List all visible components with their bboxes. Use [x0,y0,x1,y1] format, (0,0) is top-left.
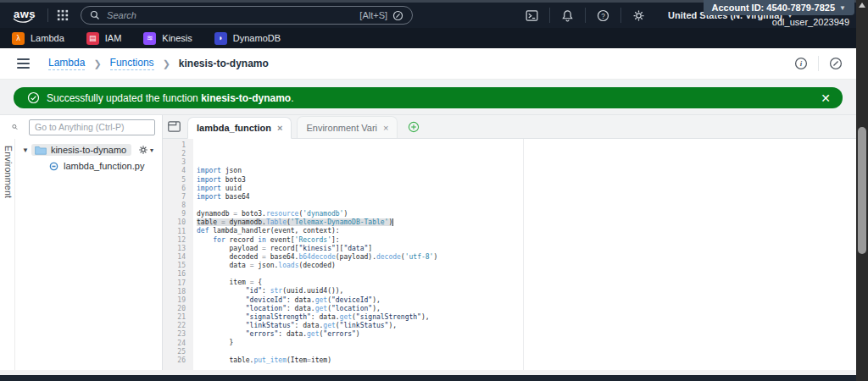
line-number[interactable]: 2 [163,150,186,158]
favorite-lambda[interactable]: λ Lambda [12,32,64,45]
favorites-bar: λ Lambda ▤ IAM ≋ Kinesis ◗ DynamoDB [0,28,868,48]
line-number[interactable]: 19 [163,296,186,305]
line-number[interactable]: 7 [163,193,186,202]
line-number[interactable]: 21 [163,313,186,322]
line-number[interactable]: 13 [163,245,186,253]
line-number[interactable]: 14 [163,253,186,262]
search-input[interactable]: Search [Alt+S] [81,6,413,25]
code-line[interactable]: table = dynamodb.Table('Telemax-DynamoDB… [197,218,856,227]
info-button[interactable]: i [784,57,818,70]
environment-tab-strip[interactable]: Environment [0,139,15,370]
line-number[interactable]: 1 [163,141,186,150]
tab-close-icon[interactable]: × [383,123,388,133]
success-banner: Successfully updated the function kinesi… [14,87,843,108]
help-button[interactable]: ? [586,9,620,22]
code-line[interactable]: import uuid [197,185,856,193]
code-line[interactable]: data = json.loads(decoded) [197,262,856,270]
visual-mode-button[interactable] [819,57,853,70]
favorite-iam[interactable]: ▤ IAM [86,32,122,45]
svg-text:i: i [800,59,803,68]
cloudshell-icon [526,9,538,22]
tree-expand-caret-icon[interactable]: ▼ [22,146,29,154]
code-line[interactable]: "deviceId": data.get("deviceId"), [197,296,856,305]
line-number[interactable]: 20 [163,305,186,313]
explorer-search-icon[interactable] [12,121,18,133]
code-line[interactable]: "errors": data.get("errors") [197,330,856,339]
page-scrollbar[interactable] [856,0,868,381]
goto-anything-input[interactable] [29,119,155,135]
code-line[interactable]: for record in event['Records']: [197,236,856,245]
line-number[interactable]: 12 [163,236,186,245]
lambda-service-icon: λ [12,32,25,45]
line-number[interactable]: 24 [163,340,186,348]
breadcrumb-functions[interactable]: Functions [110,57,154,70]
tab-environment-variables[interactable]: Environment Vari × [297,116,398,138]
search-placeholder: Search [107,10,359,20]
banner-function-name: kinesis-to-dynamo [201,92,291,104]
new-tab-button[interactable] [408,121,420,133]
line-number[interactable]: 23 [163,330,186,339]
code-line[interactable]: "id": str(uuid.uuid4()), [197,287,856,295]
code-line[interactable]: import base64 [197,193,856,202]
tab-close-icon[interactable]: × [277,123,282,133]
line-number[interactable]: 16 [163,270,186,279]
line-number[interactable]: 15 [163,262,186,270]
notifications-button[interactable] [550,9,585,22]
code-line[interactable]: "signalStrength": data.get("signalStreng… [197,313,856,322]
favorite-kinesis[interactable]: ≋ Kinesis [143,32,192,45]
breadcrumb-chevron-icon: ❯ [93,58,101,69]
line-number[interactable]: 22 [163,322,186,330]
account-menu[interactable]: Account ID: 4540-7879-7825 ▼ [704,0,854,15]
code-line[interactable] [197,202,856,210]
search-shortcut-icon [392,10,403,21]
help-icon: ? [597,9,609,22]
folder-pill: kinesis-to-dynamo [31,144,131,156]
code-line[interactable]: decoded = base64.b64decode(payload).deco… [197,253,856,262]
code-line[interactable]: import json [197,167,856,175]
line-number[interactable]: 6 [163,185,186,193]
code-text-area[interactable]: import jsonimport boto3import uuidimport… [193,139,856,370]
code-line[interactable]: payload = record["kinesis"]["data"] [197,245,856,253]
aws-logo[interactable]: aws [10,8,39,24]
tree-file-lambda-function[interactable]: lambda_function.py [15,159,162,173]
scrollbar-up-arrow-icon[interactable] [859,3,865,8]
code-line[interactable]: def lambda_handler(event, context): [197,227,856,235]
tab-list-icon [168,121,181,132]
services-menu-icon[interactable] [57,9,69,21]
code-line[interactable]: dynamodb = boto3.resource('dynamodb') [197,210,856,218]
code-line[interactable] [197,365,856,370]
code-line[interactable]: "linkStatus": data.get("linkStatus"), [197,322,856,330]
cloudshell-button[interactable] [515,9,549,22]
line-number[interactable]: 10 [163,218,186,227]
code-line[interactable] [197,347,856,356]
line-number[interactable]: 25 [163,348,186,356]
code-line[interactable]: } [197,339,856,347]
line-number[interactable]: 5 [163,176,186,185]
scrollbar-thumb[interactable] [858,127,866,254]
code-line[interactable]: item = { [197,279,856,287]
tab-list-button[interactable] [168,121,181,132]
account-id-label: Account ID: 4540-7879-7825 [712,3,836,13]
line-number[interactable]: 17 [163,279,186,288]
code-line[interactable]: import boto3 [197,176,856,185]
code-line[interactable]: "location": data.get("location"), [197,305,856,313]
code-line[interactable] [197,270,856,279]
line-number[interactable]: 3 [163,158,186,167]
hamburger-menu-icon[interactable] [17,58,30,69]
folder-settings-button[interactable]: ▾ [138,145,153,155]
tree-folder-kinesis-to-dynamo[interactable]: ▼ kinesis-to-dynamo ▾ [15,143,162,157]
line-number[interactable]: 26 [163,356,186,365]
favorite-dynamodb[interactable]: ◗ DynamoDB [214,32,281,45]
banner-close-icon[interactable]: ✕ [821,92,831,104]
code-line[interactable]: table.put_item(Item=item) [197,356,856,365]
breadcrumb-lambda[interactable]: Lambda [48,57,85,70]
line-number-gutter[interactable]: 1234567891011121314151617181920212223242… [163,139,193,370]
tab-lambda-function[interactable]: lambda_function × [187,117,292,139]
line-number[interactable]: 11 [163,228,186,236]
line-number[interactable]: 18 [163,288,186,296]
settings-button[interactable] [621,9,656,22]
line-number[interactable]: 8 [163,202,186,210]
line-number[interactable]: 9 [163,210,186,218]
folder-icon [35,146,47,155]
line-number[interactable]: 4 [163,167,186,175]
